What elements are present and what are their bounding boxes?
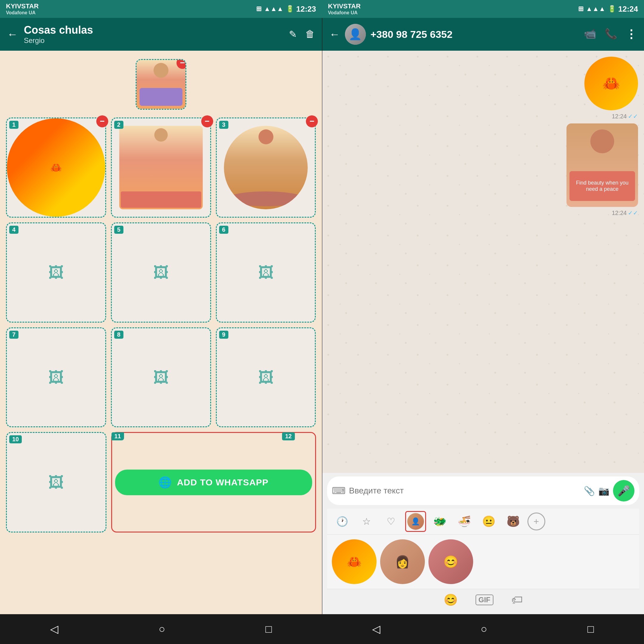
panel-sticker-1[interactable]: 🦀 <box>332 539 377 584</box>
sticker-cell-10[interactable]: 10 🖼 <box>6 432 106 532</box>
nav-back-right[interactable]: ◁ <box>372 623 380 635</box>
battery-icon: 🔋 <box>286 5 294 13</box>
nav-recent-left[interactable]: □ <box>265 623 272 635</box>
battery-icon-right: 🔋 <box>608 5 616 13</box>
tab-face[interactable]: 😐 <box>479 511 499 532</box>
message-input[interactable] <box>349 486 580 496</box>
sticker-msg-person: Find beauty when you need a peace <box>566 123 638 207</box>
remove-btn-3[interactable]: − <box>306 115 318 127</box>
sticker-number-3: 3 <box>219 121 228 129</box>
add-sticker-icon-9: 🖼 <box>258 369 274 386</box>
contact-phone[interactable]: +380 98 725 6352 <box>371 29 579 40</box>
message-time-1: 12:24 ✓✓ <box>612 113 638 120</box>
add-whatsapp-label: ADD TO WHATSAPP <box>177 477 268 487</box>
sticker-cell-6[interactable]: 6 🖼 <box>216 222 316 323</box>
sticker-panel-content: 🦀 👩 😊 <box>327 535 640 589</box>
message-1: 🦀 12:24 ✓✓ <box>584 57 638 120</box>
add-to-whatsapp-button[interactable]: 🌐 ADD TO WHATSAPP <box>115 470 312 495</box>
sticker-row-3: 7 🖼 8 🖼 9 🖼 <box>6 327 316 428</box>
delete-icon[interactable]: 🗑 <box>305 29 315 40</box>
sticker-number-7: 7 <box>9 331 18 339</box>
remove-btn-1[interactable]: − <box>96 115 108 127</box>
add-btn-row: 10 🖼 11 12 🌐 ADD TO WHATSAPP <box>6 432 316 532</box>
sticker-msg-chips: 🦀 <box>584 57 638 110</box>
add-sticker-icon-7: 🖼 <box>48 369 64 386</box>
sticker-icon[interactable]: 🏷 <box>511 594 523 606</box>
nav-home-left[interactable]: ○ <box>159 623 165 635</box>
nav-recent-right[interactable]: □ <box>587 623 594 635</box>
status-bar-left: KYIVSTAR Vodafone UA ⊞ ▲▲▲ 🔋 12:23 <box>0 0 322 18</box>
right-header-actions: 📹 📞 ⋮ <box>584 28 637 41</box>
message-2: Find beauty when you need a peace 12:24 … <box>566 123 638 216</box>
sticker-row-1: 1 − 🦀 2 − 3 − <box>6 117 316 218</box>
nav-back-left[interactable]: ◁ <box>50 623 58 635</box>
panel-sticker-2[interactable]: 👩 <box>380 539 425 584</box>
status-icons-left: ⊞ ▲▲▲ 🔋 12:23 <box>256 4 316 14</box>
back-button-right[interactable]: ← <box>329 28 340 41</box>
sticker-content-2 <box>119 126 203 209</box>
tab-heart[interactable]: ♡ <box>381 511 402 532</box>
tray-icon-box[interactable]: tray icon − <box>136 59 186 110</box>
animal-icon: 🐻 <box>507 515 520 528</box>
clock-icon: 🕐 <box>336 516 348 527</box>
right-panel: ← 👤 +380 98 725 6352 📹 📞 ⋮ 🦀 12:24 ✓✓ <box>322 18 644 614</box>
more-options-icon[interactable]: ⋮ <box>626 28 637 41</box>
time-right: 12:24 <box>618 4 638 14</box>
panel-sticker-3[interactable]: 😊 <box>428 539 473 584</box>
tab-animal[interactable]: 🐻 <box>503 511 524 532</box>
checkmark-2: ✓✓ <box>628 209 638 216</box>
sticker-row-2: 4 🖼 5 🖼 6 🖼 <box>6 222 316 323</box>
sticker-cell-9[interactable]: 9 🖼 <box>216 327 316 428</box>
sticker-number-9: 9 <box>219 331 228 339</box>
message-time-2: 12:24 ✓✓ <box>612 209 638 216</box>
tab-food[interactable]: 🍜 <box>454 511 475 532</box>
tab-recent[interactable]: 🕐 <box>332 511 353 532</box>
mic-button[interactable]: 🎤 <box>613 480 634 501</box>
input-area: ⌨ 📎 📷 🎤 🕐 ☆ ♡ <box>322 473 644 614</box>
left-header: ← Cosas chulas Sergio ✎ 🗑 <box>0 18 322 51</box>
add-sticker-pack-tab[interactable]: + <box>527 513 545 530</box>
add-sticker-icon-4: 🖼 <box>48 264 64 281</box>
voice-call-icon[interactable]: 📞 <box>605 28 617 41</box>
video-call-icon[interactable]: 📹 <box>584 28 596 41</box>
sticker-cell-3[interactable]: 3 − <box>216 117 316 218</box>
add-sticker-icon-5: 🖼 <box>153 264 169 281</box>
status-bar: KYIVSTAR Vodafone UA ⊞ ▲▲▲ 🔋 12:23 KYIVS… <box>0 0 644 18</box>
main-content: ← Cosas chulas Sergio ✎ 🗑 tray icon <box>0 18 644 614</box>
sticker-cell-2[interactable]: 2 − <box>111 117 211 218</box>
tray-icon-image <box>137 60 185 109</box>
tab-favorites[interactable]: ☆ <box>356 511 377 532</box>
sticker-number-6: 6 <box>219 226 228 234</box>
contact-avatar[interactable]: 👤 <box>345 24 366 45</box>
sticker-cell-5[interactable]: 5 🖼 <box>111 222 211 323</box>
avatar-image: 👤 <box>345 24 366 45</box>
edit-icon[interactable]: ✎ <box>289 29 297 40</box>
signal-icon-right: ▲▲▲ <box>586 5 605 13</box>
keyboard-icon[interactable]: ⌨ <box>332 485 346 496</box>
heart-icon: ♡ <box>387 516 395 527</box>
sticker-cell-1[interactable]: 1 − 🦀 <box>6 117 106 218</box>
camera-icon[interactable]: 📷 <box>598 486 609 496</box>
back-button-left[interactable]: ← <box>7 28 18 41</box>
tab-dragon[interactable]: 🐲 <box>430 511 451 532</box>
sticker-number-10: 10 <box>9 435 22 443</box>
remove-btn-2[interactable]: − <box>201 115 213 127</box>
nav-home-right[interactable]: ○ <box>481 623 487 635</box>
sim-icon: ⊞ <box>256 5 261 13</box>
dragon-icon: 🐲 <box>433 515 447 528</box>
nav-right: ◁ ○ □ <box>322 614 644 644</box>
sticker-number-5: 5 <box>114 226 123 234</box>
gif-button[interactable]: GIF <box>476 595 493 605</box>
tray-icon-container: tray icon − <box>6 59 316 110</box>
header-title-group: Cosas chulas Sergio <box>24 24 283 45</box>
attach-icon[interactable]: 📎 <box>584 486 595 496</box>
carrier-left: KYIVSTAR Vodafone UA <box>6 2 39 16</box>
tab-custom-pack[interactable]: 👤 <box>405 511 426 532</box>
sticker-cell-7[interactable]: 7 🖼 <box>6 327 106 428</box>
emoji-icon[interactable]: 😊 <box>444 593 458 606</box>
sticker-cell-4[interactable]: 4 🖼 <box>6 222 106 323</box>
chat-area: 🦀 12:24 ✓✓ Find beauty when you need a p… <box>322 51 644 473</box>
globe-icon: 🌐 <box>158 476 172 489</box>
sticker-cell-8[interactable]: 8 🖼 <box>111 327 211 428</box>
left-panel: ← Cosas chulas Sergio ✎ 🗑 tray icon <box>0 18 322 614</box>
